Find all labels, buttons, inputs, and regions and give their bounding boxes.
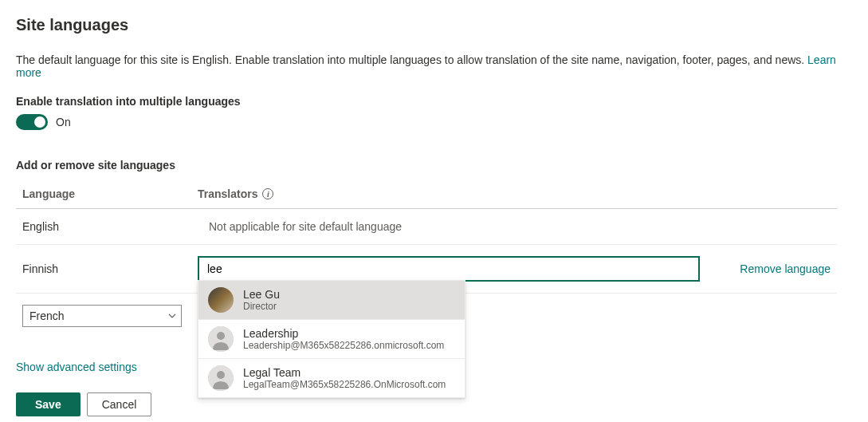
- translator-cell: [198, 256, 724, 282]
- toggle-state: On: [56, 116, 71, 128]
- enable-translation-toggle[interactable]: [16, 114, 48, 130]
- person-icon: [208, 365, 234, 391]
- show-advanced-settings-link[interactable]: Show advanced settings: [16, 361, 137, 373]
- add-language-value: French: [29, 310, 65, 322]
- cancel-button[interactable]: Cancel: [87, 392, 152, 416]
- save-button[interactable]: Save: [16, 392, 81, 416]
- intro-text: The default language for this site is En…: [16, 53, 852, 79]
- info-icon[interactable]: i: [262, 188, 273, 199]
- col-language-header: Language: [22, 187, 198, 200]
- people-text: Lee Gu Director: [243, 288, 280, 312]
- language-row-finnish: Finnish Remove language Lee Gu Director: [16, 245, 837, 294]
- people-picker-item[interactable]: Lee Gu Director: [198, 281, 465, 320]
- toggle-row: On: [16, 114, 852, 130]
- intro-body: The default language for this site is En…: [16, 53, 807, 66]
- chevron-down-icon: [168, 312, 176, 320]
- people-text: Legal Team LegalTeam@M365x58225286.OnMic…: [243, 366, 446, 390]
- translator-cell: Not applicable for site default language: [198, 220, 831, 233]
- avatar: [208, 287, 234, 313]
- person-icon: [208, 326, 234, 352]
- people-picker-item[interactable]: Leadership Leadership@M365x58225286.onmi…: [198, 320, 465, 359]
- svg-point-3: [217, 371, 225, 379]
- col-translators-header: Translators i: [198, 187, 831, 200]
- toggle-knob: [34, 116, 45, 128]
- add-language-select[interactable]: French: [22, 305, 182, 327]
- avatar-photo: [208, 287, 234, 313]
- people-text: Leadership Leadership@M365x58225286.onmi…: [243, 327, 444, 351]
- people-sub: Leadership@M365x58225286.onmicrosoft.com: [243, 340, 444, 351]
- people-sub: Director: [243, 301, 280, 312]
- toggle-label: Enable translation into multiple languag…: [16, 95, 852, 108]
- col-translators-label: Translators: [198, 187, 257, 200]
- languages-table-header: Language Translators i: [16, 179, 837, 209]
- people-name: Lee Gu: [243, 288, 280, 301]
- translator-na-text: Not applicable for site default language: [198, 220, 402, 233]
- language-name: English: [22, 220, 198, 233]
- svg-point-1: [217, 332, 225, 340]
- avatar: [208, 326, 234, 352]
- remove-language-link[interactable]: Remove language: [740, 262, 831, 275]
- people-name: Legal Team: [243, 366, 446, 379]
- people-picker-dropdown: Lee Gu Director Leadership Leadership@M3…: [198, 280, 465, 398]
- language-name: Finnish: [22, 262, 198, 275]
- language-row-english: English Not applicable for site default …: [16, 209, 837, 245]
- page-title: Site languages: [16, 16, 852, 34]
- avatar: [208, 365, 234, 391]
- translator-input[interactable]: [198, 256, 700, 282]
- people-picker-item[interactable]: Legal Team LegalTeam@M365x58225286.OnMic…: [198, 359, 465, 397]
- languages-table: Language Translators i English Not appli…: [16, 179, 837, 338]
- languages-section-label: Add or remove site languages: [16, 159, 852, 172]
- people-sub: LegalTeam@M365x58225286.OnMicrosoft.com: [243, 379, 446, 390]
- people-name: Leadership: [243, 327, 444, 340]
